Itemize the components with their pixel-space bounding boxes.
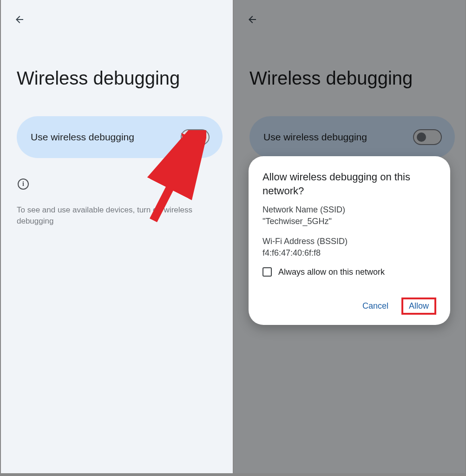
screen-right: Wireless debugging Use wireless debuggin… xyxy=(234,0,466,476)
ssid-value: "Techwiser_5GHz" xyxy=(263,216,436,227)
toggle-label: Use wireless debugging xyxy=(31,132,134,143)
always-allow-label: Always allow on this network xyxy=(278,267,385,277)
dialog-bssid: Wi-Fi Address (BSSID) f4:f6:47:40:6f:f8 xyxy=(263,236,436,259)
page-title: Wireless debugging xyxy=(17,68,180,89)
allow-debug-dialog: Allow wireless debugging on this network… xyxy=(249,156,450,325)
back-button[interactable] xyxy=(11,11,28,28)
wireless-debug-toggle[interactable] xyxy=(181,129,210,145)
cancel-button[interactable]: Cancel xyxy=(358,298,393,315)
toggle-handle xyxy=(184,132,194,142)
bssid-label: Wi-Fi Address (BSSID) xyxy=(263,236,436,247)
screen-left: Wireless debugging Use wireless debuggin… xyxy=(0,0,234,476)
ssid-label: Network Name (SSID) xyxy=(263,204,436,216)
allow-button[interactable]: Allow xyxy=(401,298,436,315)
info-icon: i xyxy=(18,178,29,190)
wireless-debug-toggle-row[interactable]: Use wireless debugging xyxy=(17,116,223,158)
bssid-value: f4:f6:47:40:6f:f8 xyxy=(263,247,436,259)
always-allow-checkbox[interactable] xyxy=(263,267,272,277)
arrow-back-icon xyxy=(14,14,25,25)
info-row: i xyxy=(18,178,29,190)
dialog-ssid: Network Name (SSID) "Techwiser_5GHz" xyxy=(263,204,436,227)
always-allow-row[interactable]: Always allow on this network xyxy=(263,267,436,277)
dialog-title: Allow wireless debugging on this network… xyxy=(263,170,436,198)
help-text: To see and use available devices, turn o… xyxy=(17,205,214,227)
dialog-actions: Cancel Allow xyxy=(263,298,436,315)
